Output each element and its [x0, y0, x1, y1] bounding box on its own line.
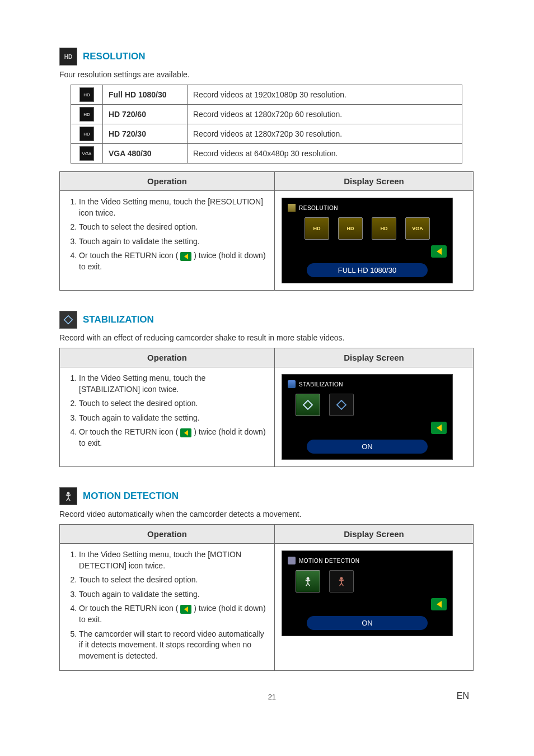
step-3: Touch again to validate the setting.: [79, 236, 266, 248]
operation-cell: In the Video Setting menu, touch the [ST…: [60, 367, 275, 467]
resolution-table: HD Full HD 1080/30 Record videos at 1920…: [71, 85, 462, 164]
return-button[interactable]: [431, 598, 447, 610]
step-1: In the Video Setting menu, touch the [MO…: [79, 549, 266, 571]
option-stabilization-on[interactable]: [296, 394, 320, 416]
stabilization-display-screen: STABILIZATION ON: [282, 374, 453, 460]
motion-detection-icon: [288, 557, 296, 564]
res-desc: Record videos at 640x480p 30 resolution.: [188, 144, 462, 164]
heading-text: STABILIZATION: [83, 314, 154, 325]
res-desc: Record videos at 1920x1080p 30 resolutio…: [188, 85, 462, 105]
stabilization-op-table: Operation Display Screen In the Video Se…: [59, 348, 474, 467]
operation-cell: In the Video Setting menu, touch the [MO…: [60, 544, 275, 671]
return-button[interactable]: [431, 422, 447, 434]
svg-point-0: [67, 492, 70, 495]
step-1: In the Video Setting menu, touch the [RE…: [79, 197, 266, 218]
operation-cell: In the Video Setting menu, touch the [RE…: [60, 191, 275, 291]
step-2: Touch to select the desired option.: [79, 398, 266, 409]
stabilization-icon: [288, 380, 296, 388]
vga-icon: VGA: [79, 146, 94, 161]
res-label: HD 720/60: [103, 105, 188, 124]
motion-detection-heading: MOTION DETECTION: [59, 487, 475, 505]
resolution-icon: HD: [59, 48, 77, 66]
option-full-hd[interactable]: HD: [305, 217, 329, 240]
option-motion-off[interactable]: [329, 570, 354, 592]
return-button[interactable]: [431, 245, 447, 258]
step-4: Or touch the RETURN icon ( ) twice (hold…: [79, 427, 266, 449]
lang-tag: EN: [457, 691, 469, 701]
heading-text: RESOLUTION: [83, 51, 145, 62]
step-2: Touch to select the desired option.: [79, 575, 266, 586]
table-row: VGA VGA 480/30 Record videos at 640x480p…: [71, 144, 462, 164]
step-4: Or touch the RETURN icon ( ) twice (hold…: [79, 603, 266, 625]
display-screen-header: Display Screen: [275, 348, 474, 367]
operation-header: Operation: [60, 172, 275, 191]
display-screen-header: Display Screen: [275, 172, 474, 191]
res-desc: Record videos at 1280x720p 30 resolution…: [188, 124, 462, 144]
ds-title: STABILIZATION: [299, 381, 343, 388]
step-1: In the Video Setting menu, touch the [ST…: [79, 373, 266, 395]
table-row: HD Full HD 1080/30 Record videos at 1920…: [71, 85, 462, 105]
option-vga[interactable]: VGA: [405, 217, 430, 240]
heading-text: MOTION DETECTION: [83, 491, 179, 502]
stabilization-intro: Record with an effect of reducing camcor…: [59, 333, 475, 342]
hd-icon: HD: [79, 107, 94, 122]
res-label: HD 720/30: [103, 124, 188, 144]
step-4: Or touch the RETURN icon ( ) twice (hold…: [79, 250, 266, 272]
display-screen-header: Display Screen: [275, 525, 474, 544]
option-hd-720-60[interactable]: HD: [338, 217, 363, 240]
table-row: HD HD 720/60 Record videos at 1280x720p …: [71, 105, 462, 124]
hd-icon: [288, 204, 296, 212]
option-stabilization-off[interactable]: [329, 394, 354, 416]
status-badge: ON: [307, 440, 428, 454]
step-3: Touch again to validate the setting.: [79, 413, 266, 424]
display-screen-cell: STABILIZATION ON: [275, 367, 474, 467]
stabilization-heading: STABILIZATION: [59, 311, 475, 329]
ds-title: MOTION DETECTION: [299, 558, 360, 564]
display-screen-cell: MOTION DETECTION ON: [275, 544, 474, 671]
option-hd-720-30[interactable]: HD: [372, 217, 396, 240]
option-motion-on[interactable]: [296, 570, 320, 592]
res-label: VGA 480/30: [103, 144, 188, 164]
return-icon: [180, 428, 191, 437]
page-number: 21: [87, 693, 457, 701]
motion-display-screen: MOTION DETECTION ON: [282, 550, 453, 636]
resolution-heading: HD RESOLUTION: [59, 48, 475, 66]
operation-header: Operation: [60, 525, 275, 544]
motion-detection-icon: [59, 487, 77, 505]
page-footer: 21 EN: [59, 691, 475, 701]
return-icon: [180, 252, 191, 261]
svg-point-2: [340, 577, 343, 580]
step-3: Touch again to validate the setting.: [79, 589, 266, 600]
display-screen-cell: RESOLUTION HD HD HD VGA FULL HD 1080/30: [275, 191, 474, 291]
motion-intro: Record video automatically when the camc…: [59, 510, 475, 519]
resolution-op-table: Operation Display Screen In the Video Se…: [59, 171, 474, 291]
svg-point-1: [307, 577, 310, 580]
stabilization-icon: [59, 311, 77, 329]
table-row: HD HD 720/30 Record videos at 1280x720p …: [71, 124, 462, 144]
hd-icon: HD: [79, 127, 94, 141]
resolution-intro: Four resolution settings are available.: [59, 70, 475, 79]
resolution-display-screen: RESOLUTION HD HD HD VGA FULL HD 1080/30: [282, 198, 453, 283]
res-label: Full HD 1080/30: [103, 85, 188, 105]
res-desc: Record videos at 1280x720p 60 resolution…: [188, 105, 462, 124]
status-badge: ON: [307, 616, 428, 630]
status-badge: FULL HD 1080/30: [307, 263, 428, 277]
ds-title: RESOLUTION: [299, 205, 338, 211]
return-icon: [180, 605, 191, 614]
motion-op-table: Operation Display Screen In the Video Se…: [59, 524, 474, 671]
step-2: Touch to select the desired option.: [79, 222, 266, 233]
step-5: The camcorder will start to record video…: [79, 629, 266, 662]
operation-header: Operation: [60, 348, 275, 367]
hd-icon: HD: [79, 87, 94, 102]
